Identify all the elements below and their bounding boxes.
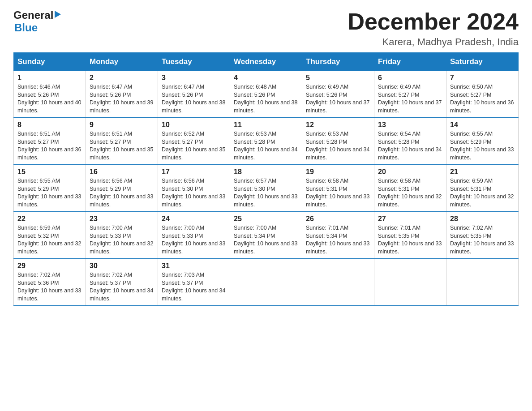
day-info: Sunrise: 6:49 AMSunset: 5:27 PMDaylight:…	[378, 84, 442, 114]
calendar-week-4: 22 Sunrise: 6:59 AMSunset: 5:32 PMDaylig…	[14, 212, 519, 259]
day-info: Sunrise: 6:50 AMSunset: 5:27 PMDaylight:…	[450, 84, 514, 114]
day-info: Sunrise: 6:51 AMSunset: 5:27 PMDaylight:…	[90, 131, 153, 161]
calendar-cell	[230, 259, 302, 306]
calendar-cell: 25 Sunrise: 7:00 AMSunset: 5:34 PMDaylig…	[230, 212, 302, 259]
calendar-cell: 6 Sunrise: 6:49 AMSunset: 5:27 PMDayligh…	[374, 71, 446, 118]
day-number: 15	[17, 168, 82, 176]
calendar-cell: 28 Sunrise: 7:02 AMSunset: 5:35 PMDaylig…	[446, 212, 519, 259]
calendar-cell: 3 Sunrise: 6:47 AMSunset: 5:26 PMDayligh…	[158, 71, 230, 118]
calendar-cell: 17 Sunrise: 6:56 AMSunset: 5:30 PMDaylig…	[158, 165, 230, 212]
day-info: Sunrise: 6:53 AMSunset: 5:28 PMDaylight:…	[234, 131, 297, 161]
day-number: 8	[17, 121, 82, 129]
calendar-cell: 16 Sunrise: 6:56 AMSunset: 5:29 PMDaylig…	[86, 165, 158, 212]
calendar-body: 1 Sunrise: 6:46 AMSunset: 5:26 PMDayligh…	[14, 71, 519, 306]
col-monday: Monday	[86, 53, 158, 71]
day-info: Sunrise: 6:55 AMSunset: 5:29 PMDaylight:…	[17, 178, 81, 208]
day-info: Sunrise: 6:56 AMSunset: 5:29 PMDaylight:…	[90, 178, 153, 208]
calendar-cell: 13 Sunrise: 6:54 AMSunset: 5:28 PMDaylig…	[374, 118, 446, 165]
calendar-cell: 18 Sunrise: 6:57 AMSunset: 5:30 PMDaylig…	[230, 165, 302, 212]
calendar-cell: 2 Sunrise: 6:47 AMSunset: 5:26 PMDayligh…	[86, 71, 158, 118]
day-info: Sunrise: 7:01 AMSunset: 5:34 PMDaylight:…	[306, 225, 369, 255]
calendar-cell: 4 Sunrise: 6:48 AMSunset: 5:26 PMDayligh…	[230, 71, 302, 118]
day-info: Sunrise: 6:49 AMSunset: 5:26 PMDaylight:…	[306, 84, 369, 114]
logo-arrow-icon	[55, 10, 63, 21]
day-number: 26	[306, 215, 370, 223]
day-info: Sunrise: 7:00 AMSunset: 5:33 PMDaylight:…	[162, 225, 225, 255]
calendar-cell: 12 Sunrise: 6:53 AMSunset: 5:28 PMDaylig…	[302, 118, 374, 165]
logo: General Blue	[13, 9, 63, 34]
day-number: 11	[234, 121, 298, 129]
day-number: 17	[162, 168, 226, 176]
col-saturday: Saturday	[446, 53, 519, 71]
calendar-cell	[302, 259, 374, 306]
day-info: Sunrise: 7:01 AMSunset: 5:35 PMDaylight:…	[378, 225, 442, 255]
calendar-cell: 27 Sunrise: 7:01 AMSunset: 5:35 PMDaylig…	[374, 212, 446, 259]
day-number: 16	[90, 168, 154, 176]
day-number: 3	[162, 74, 226, 82]
day-info: Sunrise: 7:02 AMSunset: 5:37 PMDaylight:…	[90, 272, 153, 302]
day-info: Sunrise: 7:02 AMSunset: 5:36 PMDaylight:…	[17, 272, 81, 302]
day-number: 22	[17, 215, 82, 223]
day-info: Sunrise: 6:59 AMSunset: 5:31 PMDaylight:…	[450, 178, 514, 208]
day-info: Sunrise: 6:56 AMSunset: 5:30 PMDaylight:…	[162, 178, 225, 208]
day-number: 29	[17, 262, 82, 270]
day-number: 5	[306, 74, 370, 82]
calendar-week-1: 1 Sunrise: 6:46 AMSunset: 5:26 PMDayligh…	[14, 71, 519, 118]
calendar-cell: 14 Sunrise: 6:55 AMSunset: 5:29 PMDaylig…	[446, 118, 519, 165]
calendar-cell: 24 Sunrise: 7:00 AMSunset: 5:33 PMDaylig…	[158, 212, 230, 259]
calendar-cell: 19 Sunrise: 6:58 AMSunset: 5:31 PMDaylig…	[302, 165, 374, 212]
calendar-cell: 1 Sunrise: 6:46 AMSunset: 5:26 PMDayligh…	[14, 71, 86, 118]
day-info: Sunrise: 6:59 AMSunset: 5:32 PMDaylight:…	[17, 225, 81, 255]
calendar-cell: 20 Sunrise: 6:58 AMSunset: 5:31 PMDaylig…	[374, 165, 446, 212]
day-number: 4	[234, 74, 298, 82]
calendar-cell: 30 Sunrise: 7:02 AMSunset: 5:37 PMDaylig…	[86, 259, 158, 306]
day-number: 23	[90, 215, 154, 223]
header: General Blue December 2024 Karera, Madhy…	[13, 9, 519, 48]
day-number: 31	[162, 262, 226, 270]
day-info: Sunrise: 6:53 AMSunset: 5:28 PMDaylight:…	[306, 131, 369, 161]
calendar-cell: 26 Sunrise: 7:01 AMSunset: 5:34 PMDaylig…	[302, 212, 374, 259]
calendar-cell: 11 Sunrise: 6:53 AMSunset: 5:28 PMDaylig…	[230, 118, 302, 165]
day-number: 1	[17, 74, 82, 82]
day-info: Sunrise: 6:55 AMSunset: 5:29 PMDaylight:…	[450, 131, 514, 161]
day-info: Sunrise: 6:48 AMSunset: 5:26 PMDaylight:…	[234, 84, 297, 114]
day-info: Sunrise: 6:57 AMSunset: 5:30 PMDaylight:…	[234, 178, 297, 208]
col-wednesday: Wednesday	[230, 53, 302, 71]
day-number: 9	[90, 121, 154, 129]
calendar-table: Sunday Monday Tuesday Wednesday Thursday…	[13, 52, 519, 306]
logo-general-text: General	[13, 9, 53, 21]
col-thursday: Thursday	[302, 53, 374, 71]
day-number: 19	[306, 168, 370, 176]
logo-blue-text: Blue	[14, 21, 38, 34]
calendar-cell: 31 Sunrise: 7:03 AMSunset: 5:37 PMDaylig…	[158, 259, 230, 306]
day-number: 25	[234, 215, 298, 223]
day-number: 7	[450, 74, 515, 82]
calendar-cell: 5 Sunrise: 6:49 AMSunset: 5:26 PMDayligh…	[302, 71, 374, 118]
calendar-week-5: 29 Sunrise: 7:02 AMSunset: 5:36 PMDaylig…	[14, 259, 519, 306]
calendar-header: Sunday Monday Tuesday Wednesday Thursday…	[14, 53, 519, 71]
day-info: Sunrise: 6:58 AMSunset: 5:31 PMDaylight:…	[306, 178, 369, 208]
col-sunday: Sunday	[14, 53, 86, 71]
day-info: Sunrise: 6:54 AMSunset: 5:28 PMDaylight:…	[378, 131, 442, 161]
day-number: 14	[450, 121, 515, 129]
col-friday: Friday	[374, 53, 446, 71]
day-info: Sunrise: 7:00 AMSunset: 5:33 PMDaylight:…	[90, 225, 153, 255]
calendar-cell: 9 Sunrise: 6:51 AMSunset: 5:27 PMDayligh…	[86, 118, 158, 165]
day-number: 24	[162, 215, 226, 223]
svg-marker-0	[55, 11, 61, 18]
day-number: 13	[378, 121, 442, 129]
day-number: 20	[378, 168, 442, 176]
calendar-cell: 29 Sunrise: 7:02 AMSunset: 5:36 PMDaylig…	[14, 259, 86, 306]
calendar-week-2: 8 Sunrise: 6:51 AMSunset: 5:27 PMDayligh…	[14, 118, 519, 165]
calendar-cell: 7 Sunrise: 6:50 AMSunset: 5:27 PMDayligh…	[446, 71, 519, 118]
calendar-subtitle: Karera, Madhya Pradesh, India	[348, 36, 519, 48]
calendar-cell: 15 Sunrise: 6:55 AMSunset: 5:29 PMDaylig…	[14, 165, 86, 212]
day-info: Sunrise: 7:02 AMSunset: 5:35 PMDaylight:…	[450, 225, 514, 255]
day-number: 6	[378, 74, 442, 82]
calendar-cell	[374, 259, 446, 306]
title-block: December 2024 Karera, Madhya Pradesh, In…	[348, 9, 519, 48]
day-info: Sunrise: 7:03 AMSunset: 5:37 PMDaylight:…	[162, 272, 225, 302]
day-number: 28	[450, 215, 515, 223]
calendar-cell: 23 Sunrise: 7:00 AMSunset: 5:33 PMDaylig…	[86, 212, 158, 259]
col-tuesday: Tuesday	[158, 53, 230, 71]
